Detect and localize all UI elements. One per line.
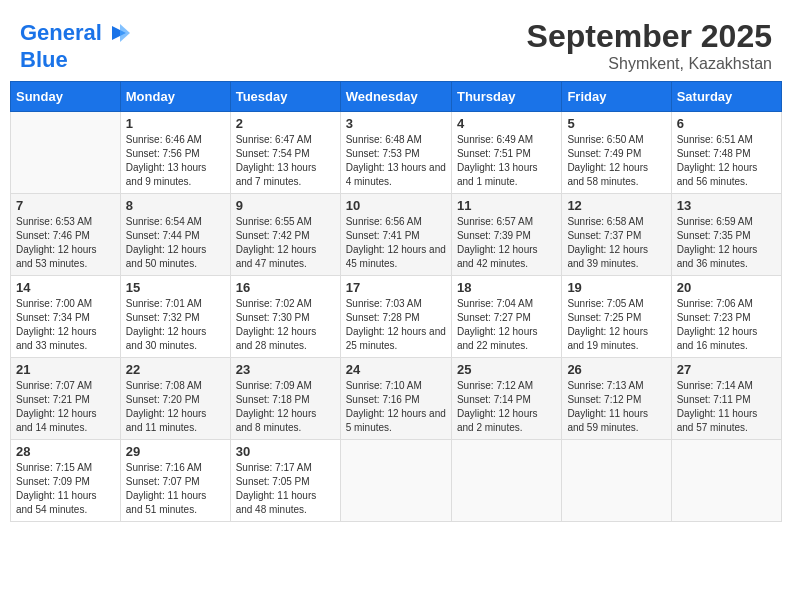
calendar-cell: 15Sunrise: 7:01 AMSunset: 7:32 PMDayligh…: [120, 276, 230, 358]
weekday-header: Friday: [562, 82, 671, 112]
daylight-text: Daylight: 12 hours and 22 minutes.: [457, 325, 556, 353]
sunrise-text: Sunrise: 6:50 AM: [567, 133, 665, 147]
daylight-text: Daylight: 12 hours and 16 minutes.: [677, 325, 776, 353]
calendar-cell: 4Sunrise: 6:49 AMSunset: 7:51 PMDaylight…: [451, 112, 561, 194]
sunrise-text: Sunrise: 7:05 AM: [567, 297, 665, 311]
daylight-text: Daylight: 13 hours and 4 minutes.: [346, 161, 446, 189]
sunrise-text: Sunrise: 7:15 AM: [16, 461, 115, 475]
calendar-cell: 23Sunrise: 7:09 AMSunset: 7:18 PMDayligh…: [230, 358, 340, 440]
calendar-week-row: 1Sunrise: 6:46 AMSunset: 7:56 PMDaylight…: [11, 112, 782, 194]
sunset-text: Sunset: 7:28 PM: [346, 311, 446, 325]
location-title: Shymkent, Kazakhstan: [527, 55, 772, 73]
weekday-header: Tuesday: [230, 82, 340, 112]
day-number: 2: [236, 116, 335, 131]
sunrise-text: Sunrise: 6:59 AM: [677, 215, 776, 229]
sunrise-text: Sunrise: 6:54 AM: [126, 215, 225, 229]
sunrise-text: Sunrise: 7:01 AM: [126, 297, 225, 311]
sunset-text: Sunset: 7:30 PM: [236, 311, 335, 325]
day-info: Sunrise: 7:08 AMSunset: 7:20 PMDaylight:…: [126, 379, 225, 435]
sunset-text: Sunset: 7:12 PM: [567, 393, 665, 407]
day-info: Sunrise: 7:01 AMSunset: 7:32 PMDaylight:…: [126, 297, 225, 353]
day-number: 24: [346, 362, 446, 377]
calendar-cell: 29Sunrise: 7:16 AMSunset: 7:07 PMDayligh…: [120, 440, 230, 522]
daylight-text: Daylight: 12 hours and 25 minutes.: [346, 325, 446, 353]
logo-text-blue: Blue: [20, 48, 134, 72]
svg-marker-1: [120, 24, 130, 42]
day-number: 12: [567, 198, 665, 213]
day-number: 6: [677, 116, 776, 131]
sunset-text: Sunset: 7:11 PM: [677, 393, 776, 407]
day-info: Sunrise: 7:13 AMSunset: 7:12 PMDaylight:…: [567, 379, 665, 435]
day-info: Sunrise: 6:50 AMSunset: 7:49 PMDaylight:…: [567, 133, 665, 189]
daylight-text: Daylight: 12 hours and 8 minutes.: [236, 407, 335, 435]
sunset-text: Sunset: 7:46 PM: [16, 229, 115, 243]
calendar-cell: 11Sunrise: 6:57 AMSunset: 7:39 PMDayligh…: [451, 194, 561, 276]
daylight-text: Daylight: 11 hours and 54 minutes.: [16, 489, 115, 517]
sunset-text: Sunset: 7:18 PM: [236, 393, 335, 407]
sunrise-text: Sunrise: 6:58 AM: [567, 215, 665, 229]
sunset-text: Sunset: 7:56 PM: [126, 147, 225, 161]
daylight-text: Daylight: 11 hours and 57 minutes.: [677, 407, 776, 435]
sunset-text: Sunset: 7:05 PM: [236, 475, 335, 489]
calendar-cell: [11, 112, 121, 194]
sunrise-text: Sunrise: 7:16 AM: [126, 461, 225, 475]
title-block: September 2025 Shymkent, Kazakhstan: [527, 18, 772, 73]
calendar-cell: 28Sunrise: 7:15 AMSunset: 7:09 PMDayligh…: [11, 440, 121, 522]
calendar-week-row: 21Sunrise: 7:07 AMSunset: 7:21 PMDayligh…: [11, 358, 782, 440]
daylight-text: Daylight: 12 hours and 5 minutes.: [346, 407, 446, 435]
day-info: Sunrise: 7:12 AMSunset: 7:14 PMDaylight:…: [457, 379, 556, 435]
day-info: Sunrise: 7:06 AMSunset: 7:23 PMDaylight:…: [677, 297, 776, 353]
sunset-text: Sunset: 7:07 PM: [126, 475, 225, 489]
calendar-cell: 13Sunrise: 6:59 AMSunset: 7:35 PMDayligh…: [671, 194, 781, 276]
sunset-text: Sunset: 7:23 PM: [677, 311, 776, 325]
sunset-text: Sunset: 7:32 PM: [126, 311, 225, 325]
sunset-text: Sunset: 7:09 PM: [16, 475, 115, 489]
calendar-cell: 30Sunrise: 7:17 AMSunset: 7:05 PMDayligh…: [230, 440, 340, 522]
calendar-week-row: 7Sunrise: 6:53 AMSunset: 7:46 PMDaylight…: [11, 194, 782, 276]
sunset-text: Sunset: 7:53 PM: [346, 147, 446, 161]
sunset-text: Sunset: 7:39 PM: [457, 229, 556, 243]
daylight-text: Daylight: 13 hours and 9 minutes.: [126, 161, 225, 189]
day-number: 10: [346, 198, 446, 213]
day-number: 27: [677, 362, 776, 377]
calendar-header-row: SundayMondayTuesdayWednesdayThursdayFrid…: [11, 82, 782, 112]
calendar-cell: 12Sunrise: 6:58 AMSunset: 7:37 PMDayligh…: [562, 194, 671, 276]
day-number: 11: [457, 198, 556, 213]
sunrise-text: Sunrise: 7:17 AM: [236, 461, 335, 475]
day-number: 7: [16, 198, 115, 213]
daylight-text: Daylight: 12 hours and 47 minutes.: [236, 243, 335, 271]
daylight-text: Daylight: 12 hours and 28 minutes.: [236, 325, 335, 353]
daylight-text: Daylight: 11 hours and 59 minutes.: [567, 407, 665, 435]
day-info: Sunrise: 6:46 AMSunset: 7:56 PMDaylight:…: [126, 133, 225, 189]
day-number: 1: [126, 116, 225, 131]
calendar-cell: [671, 440, 781, 522]
calendar-cell: 6Sunrise: 6:51 AMSunset: 7:48 PMDaylight…: [671, 112, 781, 194]
daylight-text: Daylight: 11 hours and 48 minutes.: [236, 489, 335, 517]
sunrise-text: Sunrise: 6:46 AM: [126, 133, 225, 147]
logo: General Blue: [20, 18, 134, 72]
day-info: Sunrise: 7:15 AMSunset: 7:09 PMDaylight:…: [16, 461, 115, 517]
day-number: 15: [126, 280, 225, 295]
day-info: Sunrise: 6:51 AMSunset: 7:48 PMDaylight:…: [677, 133, 776, 189]
sunset-text: Sunset: 7:42 PM: [236, 229, 335, 243]
sunset-text: Sunset: 7:51 PM: [457, 147, 556, 161]
calendar-week-row: 14Sunrise: 7:00 AMSunset: 7:34 PMDayligh…: [11, 276, 782, 358]
calendar-cell: 8Sunrise: 6:54 AMSunset: 7:44 PMDaylight…: [120, 194, 230, 276]
day-info: Sunrise: 7:03 AMSunset: 7:28 PMDaylight:…: [346, 297, 446, 353]
sunrise-text: Sunrise: 6:51 AM: [677, 133, 776, 147]
calendar-cell: 17Sunrise: 7:03 AMSunset: 7:28 PMDayligh…: [340, 276, 451, 358]
day-info: Sunrise: 7:09 AMSunset: 7:18 PMDaylight:…: [236, 379, 335, 435]
sunrise-text: Sunrise: 7:07 AM: [16, 379, 115, 393]
calendar-cell: 27Sunrise: 7:14 AMSunset: 7:11 PMDayligh…: [671, 358, 781, 440]
weekday-header: Saturday: [671, 82, 781, 112]
sunset-text: Sunset: 7:48 PM: [677, 147, 776, 161]
calendar-cell: 5Sunrise: 6:50 AMSunset: 7:49 PMDaylight…: [562, 112, 671, 194]
calendar-cell: 7Sunrise: 6:53 AMSunset: 7:46 PMDaylight…: [11, 194, 121, 276]
sunrise-text: Sunrise: 7:02 AM: [236, 297, 335, 311]
sunset-text: Sunset: 7:41 PM: [346, 229, 446, 243]
sunrise-text: Sunrise: 7:00 AM: [16, 297, 115, 311]
sunset-text: Sunset: 7:44 PM: [126, 229, 225, 243]
daylight-text: Daylight: 13 hours and 1 minute.: [457, 161, 556, 189]
day-number: 19: [567, 280, 665, 295]
daylight-text: Daylight: 11 hours and 51 minutes.: [126, 489, 225, 517]
